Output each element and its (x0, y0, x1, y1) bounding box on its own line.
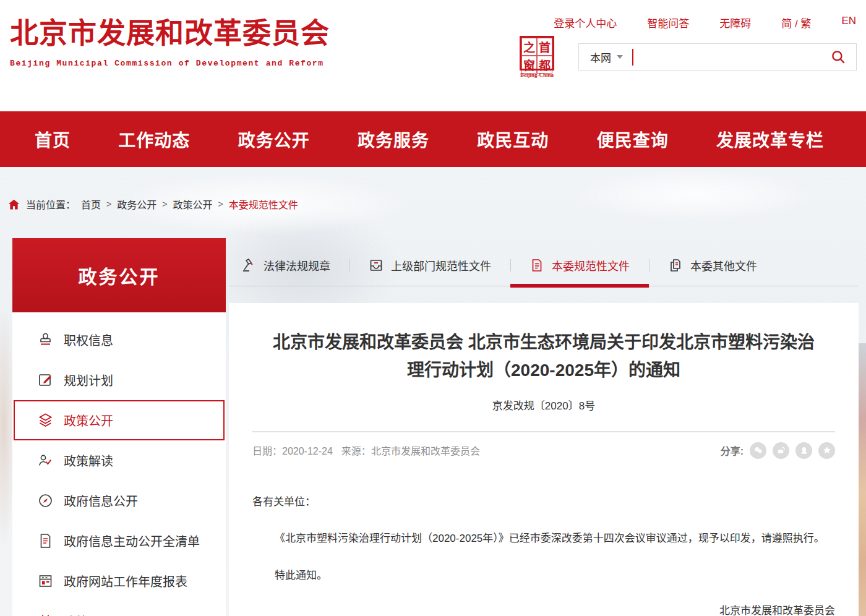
catalog-icon (37, 613, 54, 616)
sidebar-title: 政务公开 (12, 238, 226, 312)
sidebar-item-label: 职权信息 (64, 331, 113, 349)
nav-item-interaction[interactable]: 政民互动 (477, 127, 549, 152)
qq-icon (799, 445, 809, 455)
layers-icon (37, 412, 54, 429)
nav-item-work-news[interactable]: 工作动态 (118, 127, 190, 152)
sidebar-item-label: 规划计划 (64, 371, 113, 389)
date-label: 日期： (252, 446, 282, 456)
compass-icon (37, 492, 54, 509)
gavel-icon (241, 258, 256, 273)
breadcrumb-label: 当前位置： (26, 197, 75, 212)
annual-report-icon (37, 573, 54, 589)
seal-char: 窗 (521, 56, 537, 74)
signature: 北京市发展和改革委员会 (252, 602, 835, 616)
accessibility-link[interactable]: 无障碍 (719, 15, 751, 30)
login-personal-center-link[interactable]: 登录个人中心 (554, 15, 617, 30)
seal-characters: 之 首 窗 都 (520, 36, 554, 71)
nav-item-home[interactable]: 首页 (35, 127, 71, 152)
tab-label: 法律法规规章 (264, 257, 330, 273)
seal-char: 之 (521, 38, 537, 56)
site-subtitle: Beijing Municipal Commission of Developm… (10, 59, 330, 68)
weibo-icon (776, 445, 786, 455)
beijing-china-seal-logo[interactable]: 之 首 窗 都 Beijing-China (517, 36, 557, 78)
sidebar-item-label: 政策解读 (64, 451, 113, 469)
paragraph: 特此通知。 (252, 565, 835, 587)
stamp-icon (37, 332, 54, 348)
list-document-icon (37, 533, 54, 549)
site-title: 北京市发展和改革委员会 (10, 10, 330, 51)
nav-item-gov-affairs[interactable]: 政务公开 (238, 127, 310, 152)
date-value: 2020-12-24 (282, 446, 333, 456)
breadcrumb-policy[interactable]: 政策公开 (173, 197, 212, 212)
seal-char: 首 (537, 38, 552, 56)
sidebar-item-policy-disclosure[interactable]: 政策公开 (14, 400, 225, 440)
weibo-share-button[interactable] (773, 442, 789, 459)
source-value: 北京市发展和改革委员会 (371, 446, 480, 456)
main-content: 法律法规规章 上级部门规范性文件 本委规范性文件 (229, 244, 859, 616)
document-number: 京发改规〔2020〕8号 (252, 397, 835, 413)
breadcrumb-separator: > (218, 199, 223, 209)
tab-superior-normative-documents[interactable]: 上级部门规范性文件 (349, 244, 510, 286)
sidebar-item-policy-interpretation[interactable]: 政策解读 (12, 440, 226, 481)
plan-edit-icon (37, 372, 54, 388)
sidebar-item-proactive-disclosure-list[interactable]: 政府信息主动公开全清单 (12, 521, 226, 561)
home-icon[interactable] (7, 198, 20, 211)
nav-item-gov-services[interactable]: 政务服务 (358, 127, 429, 152)
breadcrumb-home[interactable]: 首页 (81, 197, 101, 212)
source-label: 来源： (341, 446, 371, 456)
sidebar-item-website-annual-report[interactable]: 政府网站工作年度报表 (12, 561, 226, 601)
sidebar-item-label: 政府信息主动公开全清单 (64, 532, 200, 550)
breadcrumb-current[interactable]: 本委规范性文件 (229, 197, 298, 212)
tab-label: 上级部门规范性文件 (391, 257, 491, 273)
sidebar-item-planning[interactable]: 规划计划 (12, 360, 226, 400)
inbox-document-icon (369, 258, 384, 273)
sidebar-item-decision-catalog[interactable]: 决策目录 (12, 601, 226, 616)
article-body: 各有关单位： 《北京市塑料污染治理行动计划（2020-2025年）》已经市委深改… (252, 491, 835, 616)
background-photo-edge (858, 343, 866, 616)
smart-qa-link[interactable]: 智能问答 (647, 15, 689, 30)
seal-char: 都 (537, 56, 552, 74)
search-input[interactable] (633, 44, 829, 70)
qzone-share-button[interactable] (818, 442, 835, 459)
tab-label: 本委其他文件 (690, 257, 757, 273)
search-scope-dropdown[interactable]: 本网 (590, 49, 623, 65)
share-label: 分享: (721, 443, 744, 458)
breadcrumb-separator: > (162, 199, 167, 209)
tab-label: 本委规范性文件 (552, 257, 630, 273)
simplified-traditional-toggle[interactable]: 简 / 繁 (781, 15, 811, 30)
search-icon (830, 49, 846, 65)
search-button[interactable] (829, 48, 847, 66)
breadcrumb-separator: > (106, 199, 111, 209)
salutation: 各有关单位： (252, 491, 835, 513)
site-header: 北京市发展和改革委员会 Beijing Municipal Commission… (0, 0, 866, 111)
quick-links: 登录个人中心 智能问答 无障碍 简 / 繁 EN (554, 15, 856, 30)
english-link[interactable]: EN (841, 15, 856, 30)
sidebar-item-label: 决策目录 (64, 612, 113, 616)
policy-interpretation-icon (37, 452, 54, 469)
sidebar: 政务公开 职权信息 规划计划 (12, 238, 226, 616)
tab-commission-normative-documents[interactable]: 本委规范性文件 (510, 244, 649, 286)
sidebar-item-label: 政府信息公开 (64, 492, 138, 510)
sidebar-item-label: 政策公开 (64, 411, 113, 429)
share-bar: 分享: (721, 442, 835, 459)
qzone-star-icon (822, 445, 832, 455)
document-tabs: 法律法规规章 上级部门规范性文件 本委规范性文件 (229, 244, 859, 286)
seal-caption: Beijing-China (517, 72, 557, 78)
article-meta: 日期：2020-12-24来源：北京市发展和改革委员会 分享: (252, 442, 835, 459)
site-logo: 北京市发展和改革委员会 Beijing Municipal Commission… (10, 10, 330, 68)
tab-commission-other-documents[interactable]: 本委其他文件 (649, 244, 776, 286)
article-card: 北京市发展和改革委员会 北京市生态环境局关于印发北京市塑料污染治理行动计划（20… (229, 303, 859, 616)
sidebar-item-gov-info-disclosure[interactable]: 政府信息公开 (12, 481, 226, 521)
nav-item-convenience-query[interactable]: 便民查询 (597, 127, 669, 152)
wechat-share-button[interactable] (750, 442, 766, 459)
tab-laws-regulations[interactable]: 法律法规规章 (229, 244, 349, 286)
breadcrumb-gov-affairs[interactable]: 政务公开 (117, 197, 156, 212)
article-title: 北京市发展和改革委员会 北京市生态环境局关于印发北京市塑料污染治理行动计划（20… (265, 329, 822, 385)
document-lines-icon (529, 258, 544, 273)
chevron-down-icon (617, 55, 623, 59)
nav-item-reform-special[interactable]: 发展改革专栏 (716, 127, 824, 152)
document-copy-icon (668, 258, 683, 273)
paragraph: 《北京市塑料污染治理行动计划（2020-2025年）》已经市委深改委第十四次会议… (252, 528, 835, 550)
sidebar-item-authority-info[interactable]: 职权信息 (12, 320, 226, 360)
qq-share-button[interactable] (795, 442, 812, 459)
